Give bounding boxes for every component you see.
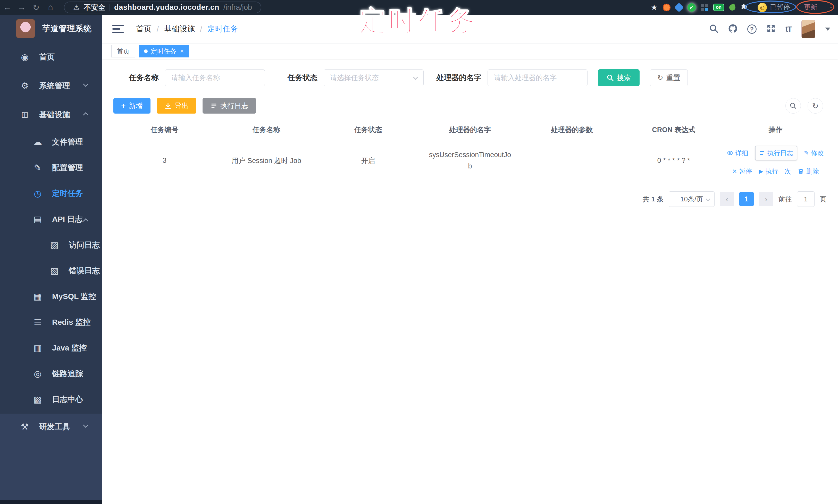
reset-button[interactable]: ↻ 重置 [650, 69, 688, 86]
sidebar-item-java-monitor[interactable]: ▥ Java 监控 [0, 335, 102, 361]
sidebar-item-config-management[interactable]: ✎ 配置管理 [0, 155, 102, 181]
sidebar-item-scheduled-tasks[interactable]: ◷ 定时任务 [0, 181, 102, 206]
browser-reload-icon[interactable]: ↻ [29, 3, 43, 12]
caret-down-icon[interactable] [825, 28, 830, 31]
pencil-icon: ✎ [804, 150, 809, 157]
extension-grid-icon[interactable] [701, 4, 708, 11]
extension-green-check-icon[interactable]: ✓ [687, 3, 696, 12]
sidebar-item-label: Java 监控 [52, 343, 87, 353]
next-page-button[interactable]: › [759, 192, 773, 206]
address-bar[interactable]: ⚠ 不安全 dashboard.yudao.iocoder.cn /infra/… [64, 2, 261, 13]
sidebar-item-log-center[interactable]: ▩ 日志中心 [0, 386, 102, 412]
tag-scheduled-tasks[interactable]: 定时任务 × [139, 45, 189, 57]
extension-leaf-icon[interactable] [729, 3, 736, 11]
browser-profile-chip[interactable]: ☺ 已暂停 [753, 2, 794, 13]
browser-forward-icon[interactable]: → [14, 3, 29, 12]
page-size-select[interactable]: 10条/页 [669, 191, 715, 207]
exec-log-link[interactable]: 执行日志 [755, 146, 797, 160]
list-icon [210, 102, 217, 109]
cell-task-status: 开启 [317, 156, 419, 165]
sidebar-item-dev-tools[interactable]: ⚒ 研发工具 [0, 412, 102, 441]
detail-link[interactable]: 详细 [727, 149, 748, 157]
github-icon[interactable] [728, 24, 737, 34]
user-avatar[interactable] [801, 20, 815, 38]
help-icon[interactable]: ? [747, 24, 756, 34]
extensions-puzzle-icon[interactable] [740, 3, 748, 12]
eye-icon [727, 150, 733, 156]
refresh-icon: ↻ [657, 74, 663, 82]
delete-link[interactable]: 删除 [798, 167, 819, 176]
sidebar-item-mysql-monitor[interactable]: ▦ MySQL 监控 [0, 284, 102, 309]
active-dot-icon [144, 50, 148, 53]
sidebar-item-trace[interactable]: ◎ 链路追踪 [0, 361, 102, 386]
toggle-search-button[interactable] [785, 98, 801, 113]
search-button[interactable]: 搜索 [598, 69, 640, 86]
sidebar: 芋道管理系统 ◉ 首页 ⚙ 系统管理 ⊞ 基础设施 ☁ 文件管理 [0, 15, 102, 504]
exec-log-button[interactable]: 执行日志 [203, 98, 256, 113]
chevron-down-icon [413, 75, 418, 79]
export-button[interactable]: 导出 [157, 98, 196, 113]
browser-update-button[interactable]: 更新 [799, 1, 822, 13]
refresh-table-button[interactable]: ↻ [808, 98, 823, 113]
modify-link[interactable]: ✎ 修改 [804, 149, 824, 157]
breadcrumb-home[interactable]: 首页 [136, 24, 152, 34]
url-domain[interactable]: dashboard.yudao.iocoder.cn [114, 3, 219, 12]
dashboard-icon: ◉ [18, 52, 32, 62]
col-handler-name: 处理器的名字 [419, 125, 521, 134]
sidebar-item-infrastructure[interactable]: ⊞ 基础设施 [0, 100, 102, 129]
task-status-select[interactable]: 请选择任务状态 [324, 69, 424, 86]
add-button[interactable]: + 新增 [114, 98, 151, 113]
sidebar-item-home[interactable]: ◉ 首页 [0, 42, 102, 71]
sidebar-item-error-logs[interactable]: ▧ 错误日志 [0, 258, 102, 284]
handler-name-input[interactable] [488, 69, 588, 86]
sidebar-item-file-management[interactable]: ☁ 文件管理 [0, 129, 102, 155]
sidebar-item-api-logs[interactable]: ▤ API 日志 [0, 206, 102, 232]
security-warning-label[interactable]: 不安全 [84, 3, 105, 12]
fullscreen-icon[interactable] [766, 24, 775, 34]
extension-orange-icon[interactable] [663, 4, 670, 11]
sidebar-menu: ◉ 首页 ⚙ 系统管理 ⊞ 基础设施 ☁ 文件管理 ✎ 配置管理 [0, 42, 102, 441]
run-once-link[interactable]: ▶ 执行一次 [758, 167, 791, 176]
sidebar-item-label: 日志中心 [52, 394, 83, 405]
browser-home-icon[interactable]: ⌂ [43, 3, 58, 12]
browser-back-icon[interactable]: ← [0, 3, 14, 12]
chevron-down-icon [705, 197, 710, 201]
extension-on-badge[interactable]: on [713, 4, 724, 11]
goto-page-input[interactable] [797, 191, 815, 207]
reset-button-label: 重置 [666, 73, 680, 83]
infrastructure-icon: ⊞ [18, 109, 32, 120]
table-utility-buttons: ↻ [785, 98, 823, 113]
browser-menu-kebab-icon[interactable]: ⋮ [827, 3, 835, 12]
cloud-upload-icon: ☁ [31, 137, 44, 147]
handler-name-label: 处理器的名字 [437, 73, 482, 83]
export-button-label: 导出 [175, 101, 189, 110]
task-name-label: 任务名称 [129, 73, 159, 83]
cell-task-name: 用户 Session 超时 Job [215, 156, 317, 165]
tag-label: 定时任务 [151, 47, 176, 56]
col-task-status: 任务状态 [317, 125, 419, 134]
sidebar-logo[interactable]: 芋道管理系统 [0, 15, 102, 42]
top-navbar: 首页 / 基础设施 / 定时任务 ? tT [102, 15, 838, 43]
pagination-total: 共 1 条 [643, 195, 664, 204]
extension-gem-icon[interactable] [674, 3, 684, 12]
current-page-button[interactable]: 1 [739, 192, 754, 206]
api-log-icon: ▤ [31, 214, 44, 224]
sidebar-item-system-management[interactable]: ⚙ 系统管理 [0, 71, 102, 100]
prev-page-button[interactable]: ‹ [720, 192, 734, 206]
breadcrumb-infrastructure[interactable]: 基础设施 [164, 24, 195, 34]
close-icon[interactable]: × [180, 48, 184, 55]
plus-icon: + [121, 102, 126, 110]
sidebar-item-label: 配置管理 [52, 162, 83, 173]
table-header-row: 任务编号 任务名称 任务状态 处理器的名字 处理器的参数 CRON 表达式 操作 [114, 120, 826, 139]
search-icon[interactable] [709, 24, 718, 34]
task-name-input[interactable] [165, 69, 265, 86]
sidebar-item-access-logs[interactable]: ▨ 访问日志 [0, 232, 102, 258]
tag-home[interactable]: 首页 [111, 45, 135, 57]
pause-link[interactable]: ✕ 暂停 [732, 167, 752, 176]
filter-form: 任务名称 任务状态 请选择任务状态 处理器的名字 搜索 ↻ 重置 [129, 69, 688, 86]
sidebar-item-redis-monitor[interactable]: ☰ Redis 监控 [0, 309, 102, 335]
bookmark-star-icon[interactable]: ★ [651, 3, 658, 12]
table-row: 3 用户 Session 超时 Job 开启 sysUserSessionTim… [114, 139, 826, 182]
hamburger-icon[interactable] [112, 23, 124, 35]
font-size-icon[interactable]: tT [785, 25, 792, 34]
